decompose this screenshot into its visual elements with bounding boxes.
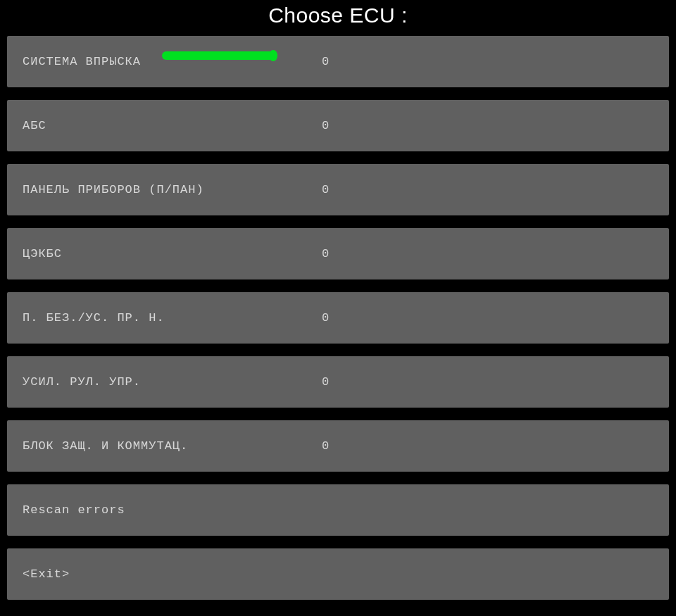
ecu-label: П. БЕЗ./УС. ПР. Н. — [23, 311, 322, 325]
ecu-row-abs[interactable]: АБС 0 — [7, 100, 669, 151]
ecu-label: УСИЛ. РУЛ. УПР. — [23, 375, 322, 389]
ecu-value: 0 — [322, 119, 330, 132]
action-label: <Exit> — [23, 567, 322, 581]
ecu-row-instrument-panel[interactable]: ПАНЕЛЬ ПРИБОРОВ (П/ПАН) 0 — [7, 164, 669, 215]
page-title: Choose ECU : — [268, 4, 408, 27]
ecu-row-injection[interactable]: СИСТЕМА ВПРЫСКА 0 — [7, 36, 669, 87]
exit-button[interactable]: <Exit> — [7, 548, 669, 600]
ecu-value: 0 — [322, 183, 330, 196]
ecu-row-protection-switching[interactable]: БЛОК ЗАЩ. И КОММУТАЦ. 0 — [7, 420, 669, 472]
ecu-list: СИСТЕМА ВПРЫСКА 0 АБС 0 ПАНЕЛЬ ПРИБОРОВ … — [7, 36, 669, 600]
action-label: Rescan errors — [23, 503, 322, 517]
ecu-row-cekbs[interactable]: ЦЭКБС 0 — [7, 228, 669, 279]
ecu-label: СИСТЕМА ВПРЫСКА — [23, 55, 322, 68]
ecu-label: БЛОК ЗАЩ. И КОММУТАЦ. — [23, 439, 322, 453]
ecu-label: ПАНЕЛЬ ПРИБОРОВ (П/ПАН) — [23, 183, 322, 196]
ecu-value: 0 — [322, 311, 330, 325]
ecu-value: 0 — [322, 439, 330, 453]
ecu-value: 0 — [322, 247, 330, 260]
ecu-label: АБС — [23, 119, 322, 132]
ecu-label: ЦЭКБС — [23, 247, 322, 260]
rescan-errors-button[interactable]: Rescan errors — [7, 484, 669, 536]
ecu-value: 0 — [322, 55, 330, 68]
ecu-value: 0 — [322, 375, 330, 389]
ecu-row-power-steering[interactable]: УСИЛ. РУЛ. УПР. 0 — [7, 356, 669, 408]
ecu-row-airbag[interactable]: П. БЕЗ./УС. ПР. Н. 0 — [7, 292, 669, 344]
